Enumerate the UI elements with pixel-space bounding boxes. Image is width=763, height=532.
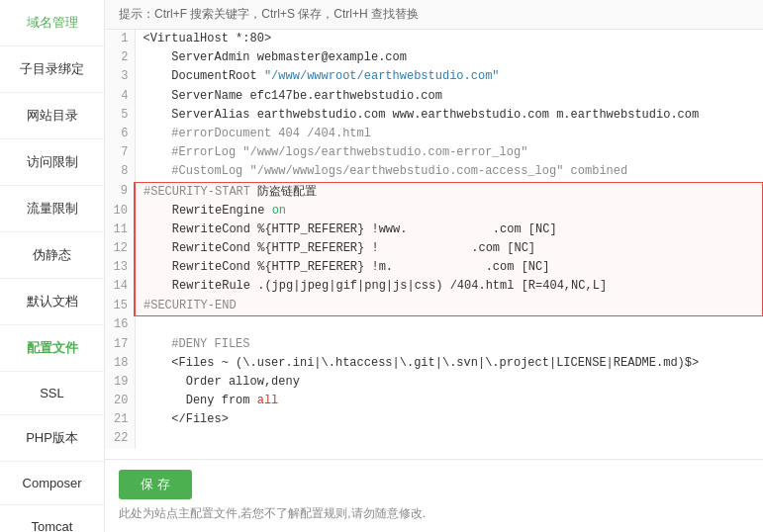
sidebar-item-rewrite[interactable]: 伪静态 xyxy=(0,232,104,279)
table-row: 14 RewriteRule .(jpg|jpeg|gif|png|js|css… xyxy=(105,277,763,296)
editor-table: 1<VirtualHost *:80>2 ServerAdmin webmast… xyxy=(105,30,763,449)
sidebar-label-domain: 域名管理 xyxy=(27,15,78,30)
line-number: 17 xyxy=(105,335,135,354)
table-row: 17 #DENY FILES xyxy=(105,335,763,354)
line-number: 6 xyxy=(105,125,135,143)
line-number: 11 xyxy=(105,221,135,239)
table-row: 15#SECURITY-END xyxy=(105,297,763,316)
sidebar-item-domain[interactable]: 域名管理 xyxy=(0,0,104,46)
sidebar-label-composer: Composer xyxy=(23,476,82,490)
save-button[interactable]: 保 存 xyxy=(119,470,192,499)
line-number: 12 xyxy=(105,239,135,258)
line-number: 20 xyxy=(105,392,135,410)
sidebar-item-ssl[interactable]: SSL xyxy=(0,372,104,415)
line-content[interactable]: #SECURITY-START 防盗链配置 xyxy=(135,182,763,202)
line-content[interactable]: #ErrorLog "/www/logs/earthwebstudio.com-… xyxy=(135,143,763,162)
line-number: 14 xyxy=(105,277,135,296)
footer: 保 存 此处为站点主配置文件,若您不了解配置规则,请勿随意修改. xyxy=(105,459,763,532)
table-row: 5 ServerAlias earthwebstudio.com www.ear… xyxy=(105,106,763,125)
sidebar-label-subdir: 子目录绑定 xyxy=(20,61,84,76)
table-row: 21 </Files> xyxy=(105,410,763,429)
line-number: 21 xyxy=(105,410,135,429)
sidebar-item-access[interactable]: 访问限制 xyxy=(0,139,104,186)
line-content[interactable]: Order allow,deny xyxy=(135,373,763,392)
table-row: 11 RewriteCond %{HTTP_REFERER} !www. .co… xyxy=(105,221,763,239)
sidebar-label-default-doc: 默认文档 xyxy=(27,294,78,309)
table-row: 1<VirtualHost *:80> xyxy=(105,30,763,48)
line-content[interactable]: </Files> xyxy=(135,410,763,429)
table-row: 9#SECURITY-START 防盗链配置 xyxy=(105,182,763,202)
line-number: 7 xyxy=(105,143,135,162)
line-content[interactable] xyxy=(135,315,763,334)
sidebar-item-tomcat[interactable]: Tomcat xyxy=(0,505,104,532)
table-row: 20 Deny from all xyxy=(105,392,763,410)
line-content[interactable]: Deny from all xyxy=(135,392,763,410)
line-number: 16 xyxy=(105,315,135,334)
line-number: 8 xyxy=(105,162,135,182)
sidebar-label-traffic: 流量限制 xyxy=(27,201,78,216)
sidebar-item-traffic[interactable]: 流量限制 xyxy=(0,186,104,232)
sidebar-label-config: 配置文件 xyxy=(27,340,78,355)
line-content[interactable]: RewriteRule .(jpg|jpeg|gif|png|js|css) /… xyxy=(135,277,763,296)
sidebar-item-composer[interactable]: Composer xyxy=(0,462,104,505)
line-content[interactable]: ServerName efc147be.earthwebstudio.com xyxy=(135,87,763,106)
table-row: 6 #errorDocument 404 /404.html xyxy=(105,125,763,143)
line-number: 4 xyxy=(105,87,135,106)
table-row: 2 ServerAdmin webmaster@example.com xyxy=(105,48,763,67)
hint-text: 提示：Ctrl+F 搜索关键字，Ctrl+S 保存，Ctrl+H 查找替换 xyxy=(119,7,419,21)
line-number: 3 xyxy=(105,67,135,86)
line-number: 1 xyxy=(105,30,135,48)
line-content[interactable]: DocumentRoot "/www/wwwroot/earthwebstudi… xyxy=(135,67,763,86)
line-number: 15 xyxy=(105,297,135,316)
sidebar-label-rewrite: 伪静态 xyxy=(33,247,71,262)
hint-bar: 提示：Ctrl+F 搜索关键字，Ctrl+S 保存，Ctrl+H 查找替换 xyxy=(105,0,763,30)
main-panel: 提示：Ctrl+F 搜索关键字，Ctrl+S 保存，Ctrl+H 查找替换 1<… xyxy=(105,0,763,532)
sidebar-item-webdir[interactable]: 网站目录 xyxy=(0,93,104,139)
table-row: 12 RewriteCond %{HTTP_REFERER} ! .com [N… xyxy=(105,239,763,258)
line-content[interactable]: RewriteCond %{HTTP_REFERER} !www. .com [… xyxy=(135,221,763,239)
sidebar: 域名管理 子目录绑定 网站目录 访问限制 流量限制 伪静态 默认文档 配置文件 … xyxy=(0,0,105,532)
line-number: 10 xyxy=(105,202,135,221)
line-content[interactable]: RewriteEngine on xyxy=(135,202,763,221)
table-row: 10 RewriteEngine on xyxy=(105,202,763,221)
footer-note: 此处为站点主配置文件,若您不了解配置规则,请勿随意修改. xyxy=(119,505,749,522)
line-number: 22 xyxy=(105,429,135,448)
line-number: 5 xyxy=(105,106,135,125)
sidebar-label-ssl: SSL xyxy=(40,386,64,400)
line-content[interactable]: RewriteCond %{HTTP_REFERER} !m. .com [NC… xyxy=(135,258,763,277)
table-row: 22 xyxy=(105,429,763,448)
line-number: 9 xyxy=(105,182,135,202)
line-number: 18 xyxy=(105,354,135,373)
sidebar-label-php: PHP版本 xyxy=(26,430,78,445)
table-row: 7 #ErrorLog "/www/logs/earthwebstudio.co… xyxy=(105,143,763,162)
table-row: 16 xyxy=(105,315,763,334)
sidebar-item-subdir[interactable]: 子目录绑定 xyxy=(0,46,104,93)
line-content[interactable]: #errorDocument 404 /404.html xyxy=(135,125,763,143)
line-content[interactable]: <VirtualHost *:80> xyxy=(135,30,763,48)
line-content[interactable]: #CustomLog "/www/wwwlogs/earthwebstudio.… xyxy=(135,162,763,182)
line-content[interactable]: RewriteCond %{HTTP_REFERER} ! .com [NC] xyxy=(135,239,763,258)
table-row: 18 <Files ~ (\.user.ini|\.htaccess|\.git… xyxy=(105,354,763,373)
line-content[interactable]: <Files ~ (\.user.ini|\.htaccess|\.git|\.… xyxy=(135,354,763,373)
sidebar-label-webdir: 网站目录 xyxy=(27,108,78,123)
sidebar-item-default-doc[interactable]: 默认文档 xyxy=(0,279,104,325)
table-row: 8 #CustomLog "/www/wwwlogs/earthwebstudi… xyxy=(105,162,763,182)
sidebar-item-php[interactable]: PHP版本 xyxy=(0,415,104,462)
line-number: 2 xyxy=(105,48,135,67)
line-content[interactable]: ServerAdmin webmaster@example.com xyxy=(135,48,763,67)
line-number: 13 xyxy=(105,258,135,277)
sidebar-label-tomcat: Tomcat xyxy=(32,519,73,532)
line-content[interactable]: ServerAlias earthwebstudio.com www.earth… xyxy=(135,106,763,125)
table-row: 4 ServerName efc147be.earthwebstudio.com xyxy=(105,87,763,106)
table-row: 19 Order allow,deny xyxy=(105,373,763,392)
sidebar-label-access: 访问限制 xyxy=(27,154,78,169)
sidebar-item-config[interactable]: 配置文件 xyxy=(0,325,104,372)
table-row: 13 RewriteCond %{HTTP_REFERER} !m. .com … xyxy=(105,258,763,277)
line-number: 19 xyxy=(105,373,135,392)
line-content[interactable]: #SECURITY-END xyxy=(135,297,763,316)
line-content[interactable]: #DENY FILES xyxy=(135,335,763,354)
editor-wrapper[interactable]: 1<VirtualHost *:80>2 ServerAdmin webmast… xyxy=(105,30,763,459)
table-row: 3 DocumentRoot "/www/wwwroot/earthwebstu… xyxy=(105,67,763,86)
line-content[interactable] xyxy=(135,429,763,448)
